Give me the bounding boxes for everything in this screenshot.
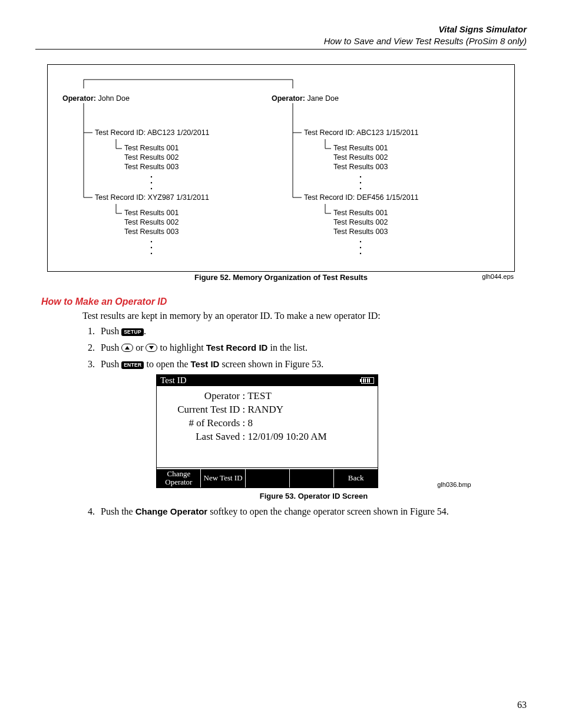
op1-rec2-id: Test Record ID: XYZ987 1/31/2011	[95, 193, 209, 202]
header-rule	[35, 49, 527, 50]
screen-title: Test ID	[160, 375, 186, 386]
softkey-empty-3	[246, 469, 290, 487]
setup-key-icon: SETUP	[121, 328, 144, 336]
battery-icon	[361, 377, 374, 384]
op1-rec1-id: Test Record ID: ABC123 1/20/2011	[95, 129, 210, 137]
op2-rec1-r3: Test Results 003	[333, 163, 388, 171]
step-3: Push ENTER to open the Test ID screen sh…	[97, 359, 527, 500]
svg-point-26	[360, 241, 361, 242]
op1-rec1-r1: Test Results 001	[124, 144, 178, 152]
softkey-row: ChangeOperator New Test ID Back	[157, 469, 378, 487]
softkey-empty-4	[290, 469, 334, 487]
softkey-new-test-id[interactable]: New Test ID	[201, 469, 245, 487]
running-header: Vital Signs Simulator How to Save and Vi…	[35, 24, 527, 47]
figure-52-caption: Figure 52. Memory Organization of Test R…	[47, 273, 515, 282]
svg-point-25	[360, 188, 361, 189]
figure-52: Operator: John Doe Test Record ID: ABC12…	[47, 64, 515, 282]
op2-rec1-r1: Test Results 001	[333, 144, 388, 152]
svg-point-18	[151, 182, 152, 183]
arrow-down-icon	[146, 344, 157, 352]
svg-point-22	[151, 253, 152, 254]
op2-rec2-id: Test Record ID: DEF456 1/15/2011	[304, 193, 419, 202]
section-heading: How to Make an Operator ID	[41, 297, 527, 307]
svg-point-20	[151, 241, 152, 242]
step-2: Push or to highlight Test Record ID in t…	[97, 342, 527, 353]
op2-label: Operator: Jane Doe	[272, 94, 339, 103]
svg-point-21	[151, 247, 152, 248]
page: Vital Signs Simulator How to Save and Vi…	[0, 0, 562, 728]
op2-rec1-r2: Test Results 002	[333, 153, 388, 162]
op1-rec2-r3: Test Results 003	[124, 228, 178, 236]
page-number: 63	[517, 700, 527, 710]
figure-53-caption: Figure 53. Operator ID Screen	[101, 492, 527, 500]
doc-subtitle: How to Save and View Test Results (ProSi…	[35, 35, 527, 47]
screen-content: Operator : TEST Current Test ID : RANDY …	[157, 386, 378, 467]
op1-rec2-r2: Test Results 002	[124, 218, 178, 226]
op2-rec2-r2: Test Results 002	[333, 218, 388, 226]
step-4: Push the Change Operator softkey to open…	[97, 506, 527, 517]
enter-key-icon: ENTER	[121, 361, 144, 369]
step-1: Push SETUP.	[97, 326, 527, 337]
svg-point-28	[360, 253, 361, 254]
figure-53-eps: glh036.bmp	[437, 481, 471, 488]
svg-point-23	[360, 176, 361, 177]
svg-point-17	[151, 176, 152, 177]
section-intro: Test results are kept in memory by an op…	[82, 309, 509, 322]
screen-titlebar: Test ID	[157, 375, 378, 386]
op2-rec1-id: Test Record ID: ABC123 1/15/2011	[304, 129, 419, 137]
svg-point-27	[360, 247, 361, 248]
softkey-back[interactable]: Back	[334, 469, 378, 487]
figure-53: Test ID Operator : TEST Current Test ID …	[101, 374, 527, 500]
arrow-up-icon	[121, 344, 133, 352]
softkey-change-operator[interactable]: ChangeOperator	[157, 469, 201, 487]
svg-point-19	[151, 188, 152, 189]
op1-rec1-r3: Test Results 003	[124, 163, 178, 171]
doc-title: Vital Signs Simulator	[35, 24, 527, 35]
op1-label: Operator: John Doe	[62, 94, 130, 103]
steps-list: Push SETUP. Push or to highlight Test Re…	[82, 326, 527, 516]
screen-test-id: Test ID Operator : TEST Current Test ID …	[156, 374, 378, 487]
op1-rec2-r1: Test Results 001	[124, 209, 178, 217]
op2-rec2-r3: Test Results 003	[333, 228, 388, 236]
figure-52-box: Operator: John Doe Test Record ID: ABC12…	[47, 64, 515, 272]
op2-rec2-r1: Test Results 001	[333, 209, 388, 217]
svg-point-24	[360, 182, 361, 183]
op1-rec1-r2: Test Results 002	[124, 153, 178, 162]
